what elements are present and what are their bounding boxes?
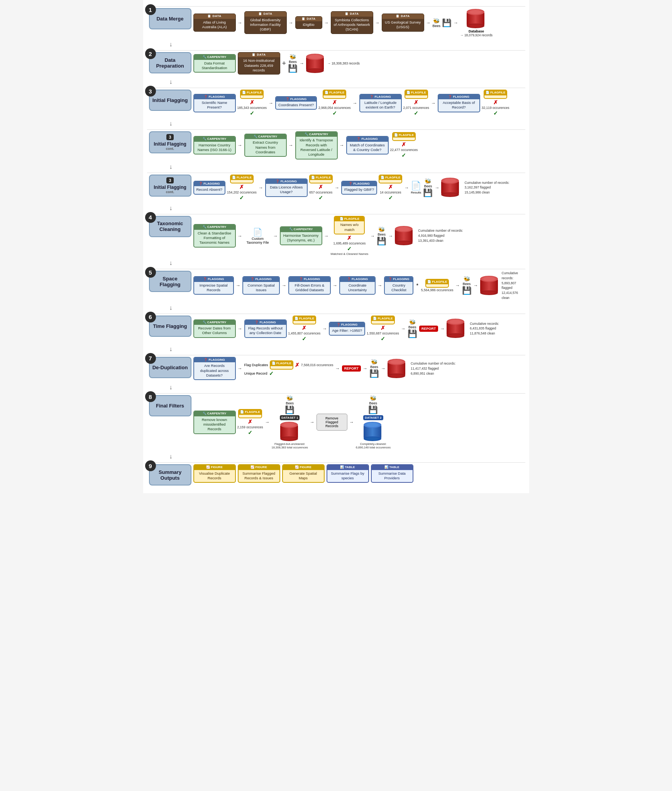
step5-bees-db: 🐝 Bees 💾 — [462, 276, 472, 295]
matched-label: Matched & Cleaned Names — [331, 252, 369, 256]
floppy-2: 💾 — [288, 64, 298, 73]
remove-flagged-label: Remove Flagged Records — [325, 416, 339, 428]
down-arrow-5-6: ↓ — [147, 304, 525, 311]
data-source-idigbio: 📋 DATA iDigBio — [295, 16, 322, 29]
flag-record-absent: ❓ FLAGGING Record Absent? — [193, 181, 226, 195]
arrow-3a-2: → — [353, 100, 357, 106]
step-3a-block: 3 Initial Flagging ❓ FLAGGING Scientific… — [147, 88, 525, 117]
check-3c-1: ✓ — [239, 195, 244, 201]
step-3c-block: 3 Initial Flagging cont. ❓ FLAGGING Reco… — [147, 173, 525, 202]
output-table-flags-species: 📊 TABLE Summarise Flags by species — [327, 464, 369, 483]
carp-remove-misid: 🔧 CARPENTRY Remove known missidentified … — [193, 411, 236, 434]
flag-coord-country-group: ❓ FLAGGING Match of Coordinates & Countr… — [346, 132, 418, 158]
step-7-main: ❓ FLAGGING Are Records duplicated across… — [193, 357, 525, 380]
flag7-question: Are Records duplicated across Datasets? — [200, 363, 229, 377]
step-1-number: 1 — [145, 4, 156, 15]
step-4-main: 🔧 CARPENTRY Clean & Standardise Formatti… — [193, 216, 525, 256]
step-1-label: 1 Data Merge — [147, 8, 193, 29]
step-8-label: 8 Final Filters — [147, 395, 193, 416]
flag-duplicated-records: ❓ FLAGGING Are Records duplicated across… — [193, 357, 236, 380]
flagfile-5: 📄 FLAGFILE — [425, 279, 449, 288]
arrow-3c-3: → — [404, 185, 409, 190]
dataset2-label: DATASET 2 — [363, 415, 383, 420]
data-noninstitutional: 📋 DATA 16 Non-institutional Datasets 228… — [238, 52, 280, 75]
occ-4: 32,119 occurences — [482, 106, 510, 110]
flag6-2-label: Age Filter: >1950? — [332, 328, 362, 333]
bees-8-2: 🐝 Bees — [369, 395, 377, 405]
flag-data-licence-group: ❓ FLAGGING Data Licence Allows Usage? 📄 … — [265, 175, 333, 201]
flag5-5-label: Country Checklist — [391, 283, 406, 292]
carpentry-text-2: Data Format Standardisation — [201, 61, 227, 70]
dataset2-group: 🐝 Bees 💾 DATASET 2 Completely-cleaned: 6… — [356, 395, 391, 449]
cross-3: ✗ — [414, 99, 418, 105]
step-8-main: 🔧 CARPENTRY Remove known missidentified … — [193, 395, 525, 449]
flag6-2-result: 📄 FLAGFILE ✗ 1,550,687 occurences ✓ — [367, 316, 399, 342]
step3c-bees-floppy: 🐝 Bees 💾 — [423, 178, 433, 197]
flag-coord-country: ❓ FLAGGING Match of Coordinates & Countr… — [346, 136, 389, 154]
step-3b-main: 🔧 CARPENTRY Harmonise Country Names (ISO… — [193, 131, 525, 160]
cross-3c-2: ✗ — [318, 184, 323, 190]
occ-3c-2: 657 occurences — [309, 190, 332, 194]
occ-6-1: 1,455,807 occurences — [288, 331, 321, 335]
step-5-label: 5 Space Flagging — [147, 271, 193, 292]
step6-bees-report: 🐝 Bees 💾 — [408, 319, 417, 338]
step-5-text: Space Flagging — [152, 276, 189, 287]
fig2-label: Summarise Flagged Records & Issues — [242, 471, 275, 480]
arrow-7-4: → — [381, 366, 386, 371]
flagfile-4: 📄 FLAGFILE — [484, 90, 507, 98]
flag3b-result: 📄 FLAGFILE ✗ 22,477 occurences ✓ — [390, 132, 418, 158]
step-7-title: 7 De-Duplication — [149, 357, 191, 378]
flag8-result: 📄 FLAGFILE ✗ 2,159 occurences ✓ — [237, 409, 263, 435]
source-gbif-label: Global Biodiversity Information Facility… — [250, 18, 281, 32]
flag-scientific-name: ❓ FLAGGING Scientific Name Present? — [193, 94, 236, 112]
flag2-result: 📄 FLAGFILE ✗ 2,968,054 occurences ✓ — [318, 90, 351, 116]
step-7-label: 7 De-Duplication — [147, 357, 193, 378]
floppy-7: 💾 — [369, 369, 379, 378]
step-3b-cont: cont. — [166, 147, 174, 151]
floppy-5: 💾 — [462, 286, 472, 295]
flag3-label: Latitude / Longitude existent on Earth? — [364, 100, 396, 109]
flag-2-group: ❓ FLAGGING Coordinates Present? 📄 FLAGFI… — [275, 90, 351, 116]
occ-2: 2,968,054 occurences — [318, 106, 351, 110]
arrow-3c-2: → — [335, 185, 339, 190]
flag3c-3-result: 📄 FLAGFILE ✗ 14 occurences ✓ — [379, 175, 402, 201]
arrow-4-2: → — [273, 233, 278, 239]
flagfile-6-1: 📄 FLAGFILE — [293, 316, 316, 324]
check-8: ✓ — [248, 429, 252, 436]
step-6-block: 6 Time Flagging 🔧 CARPENTRY Recover Date… — [147, 314, 525, 343]
check-3c-3: ✓ — [388, 195, 393, 201]
step3c-cumulative: Cumulative number of records: 3,162,397 … — [464, 180, 509, 195]
source-idigbio-label: iDigBio — [303, 22, 314, 27]
output-table-data-providers: 📊 TABLE Summarise Data Providers — [371, 464, 413, 483]
data-source-ala: 📋 DATA Atlas of Living Australia (ALA) — [193, 14, 236, 31]
carp-extract-country: 🔧 CARPENTRY Extract Country Names from C… — [244, 134, 287, 157]
custom-taxonomy-file: 📄 Custom Taxonomy File — [244, 227, 271, 244]
carp8-label: Remove known missidentified Records — [202, 418, 227, 431]
down-arrow-3a-b: ↓ — [147, 120, 525, 127]
arrow-5: → — [426, 20, 431, 25]
db-icon-5 — [480, 275, 498, 296]
arrow-3c-4: → — [435, 185, 439, 190]
step-4-label: 4 Taxonomic Cleaning — [147, 216, 193, 237]
floppy-3c: 💾 — [423, 188, 433, 197]
arrow-6-1: → — [238, 326, 242, 331]
step-7-number: 7 — [145, 353, 156, 364]
flag5-1-label: Imprecise Spatial Records — [200, 283, 228, 292]
step-3a-number: 3 — [145, 86, 156, 97]
step8-carp-group: 🔧 CARPENTRY Remove known missidentified … — [193, 409, 263, 435]
check-7: ✓ — [269, 370, 274, 377]
flag-record-absent-group: ❓ FLAGGING Record Absent? 📄 FLAGFILE ✗ 1… — [193, 175, 257, 201]
db-records: → 18,079,924 records — [460, 33, 493, 37]
step-7-block: 7 De-Duplication ❓ FLAGGING Are Records … — [147, 355, 525, 382]
step-5-number: 5 — [145, 267, 156, 278]
step-4-title: 4 Taxonomic Cleaning — [149, 216, 191, 237]
step-6-number: 6 — [145, 312, 156, 323]
arrow-5-3: → — [333, 283, 337, 288]
step-6-text: Time Flagging — [153, 323, 187, 329]
step2-bees-floppy: 🐝 Bees 💾 — [288, 54, 298, 73]
check-2: ✓ — [332, 110, 337, 116]
db-icon-3c — [441, 177, 460, 198]
bees-8-1: 🐝 Bees — [286, 395, 294, 405]
tbl1-label: Summarise Flags by species — [331, 471, 364, 480]
step-3b-label: 3 Initial Flagging cont. — [147, 131, 193, 153]
